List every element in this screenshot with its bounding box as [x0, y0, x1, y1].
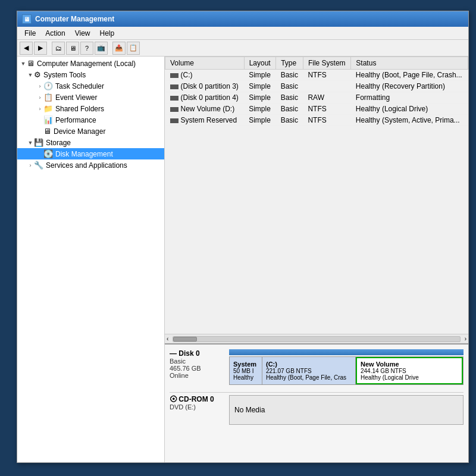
volume-table: Volume Layout Type File System Status (C…: [165, 57, 468, 126]
sidebar-item-storage[interactable]: ▼ 💾 Storage: [17, 137, 164, 148]
col-volume[interactable]: Volume: [165, 57, 245, 70]
toolbar: ◀ ▶ 🗂 🖥 ? 📺 📤 📋: [17, 40, 468, 57]
partition-c[interactable]: (C:) 221.07 GB NTFS Healthy (Boot, Page …: [262, 357, 356, 384]
sidebar-item-task-scheduler[interactable]: › 🕐 Task Scheduler: [17, 80, 164, 92]
sidebar-item-system-tools[interactable]: ▼ ⚙ System Tools: [17, 69, 164, 80]
section-divider: [170, 392, 464, 393]
export-button[interactable]: 📤: [112, 42, 126, 55]
disk-partitions-0: System 50 MB I Healthy (C:) 221.07 GB NT…: [229, 356, 464, 385]
back-button[interactable]: ◀: [20, 42, 33, 55]
title-bar: 🖥 Computer Management: [17, 11, 468, 27]
right-panel: Volume Layout Type File System Status (C…: [165, 57, 468, 462]
window-title: Computer Management: [35, 15, 114, 23]
disk-label-0: — Disk 0 Basic 465.76 GB Online: [170, 349, 229, 385]
tree-root[interactable]: ▼ 🖥 Computer Management (Local): [17, 58, 164, 69]
disk-row-0: — Disk 0 Basic 465.76 GB Online System 5…: [170, 349, 464, 385]
partition-system[interactable]: System 50 MB I Healthy: [230, 357, 262, 384]
cdrom-row: 🖸 CD-ROM 0 DVD (E:) No Media: [170, 395, 464, 425]
scrollbar-track[interactable]: [173, 336, 460, 342]
table-row[interactable]: (C:) Simple Basic NTFS Healthy (Boot, Pa…: [165, 70, 468, 81]
table-row[interactable]: (Disk 0 partition 4) Simple Basic RAW Fo…: [165, 92, 468, 104]
display-button[interactable]: 📺: [95, 42, 108, 55]
sidebar-item-device-manager[interactable]: 🖥 Device Manager: [17, 126, 164, 137]
window-icon: 🖥: [22, 14, 32, 24]
tree-panel: ▼ 🖥 Computer Management (Local) ▼ ⚙ Syst…: [17, 57, 165, 462]
sidebar-item-performance[interactable]: 📊 Performance: [17, 114, 164, 126]
col-status[interactable]: Status: [351, 57, 468, 70]
up-button[interactable]: 🗂: [52, 42, 65, 55]
menu-action[interactable]: Action: [40, 28, 70, 38]
cdrom-label: 🖸 CD-ROM 0 DVD (E:): [170, 395, 229, 411]
scrollbar-thumb[interactable]: [173, 337, 197, 342]
forward-button[interactable]: ▶: [34, 42, 47, 55]
col-layout[interactable]: Layout: [244, 57, 276, 70]
col-type[interactable]: Type: [276, 57, 303, 70]
sidebar-item-shared-folders[interactable]: › 📁 Shared Folders: [17, 103, 164, 114]
properties-button[interactable]: 📋: [127, 42, 140, 55]
computer-management-window: 🖥 Computer Management File Action View H…: [17, 11, 469, 463]
disk-bar: [229, 349, 464, 355]
cdrom-partition[interactable]: No Media: [229, 395, 464, 425]
computer-button[interactable]: 🖥: [66, 42, 79, 55]
col-filesystem[interactable]: File System: [303, 57, 350, 70]
volume-table-area[interactable]: Volume Layout Type File System Status (C…: [165, 57, 468, 334]
menu-file[interactable]: File: [20, 28, 40, 38]
table-row[interactable]: System Reserved Simple Basic NTFS Health…: [165, 115, 468, 126]
sidebar-item-event-viewer[interactable]: › 📋 Event Viewer: [17, 92, 164, 103]
partition-new-volume[interactable]: New Volume 244.14 GB NTFS Healthy (Logic…: [356, 357, 463, 384]
menu-bar: File Action View Help: [17, 27, 468, 40]
table-row[interactable]: New Volume (D:) Simple Basic NTFS Health…: [165, 104, 468, 115]
menu-view[interactable]: View: [70, 28, 95, 38]
horizontal-scrollbar[interactable]: ‹ ›: [165, 334, 468, 343]
help-button[interactable]: ?: [80, 42, 93, 55]
main-content: ▼ 🖥 Computer Management (Local) ▼ ⚙ Syst…: [17, 57, 468, 462]
sidebar-item-services[interactable]: › 🔧 Services and Applications: [17, 159, 164, 171]
disk-visual-area: — Disk 0 Basic 465.76 GB Online System 5…: [165, 343, 468, 462]
menu-help[interactable]: Help: [95, 28, 120, 38]
sidebar-item-disk-management[interactable]: 💽 Disk Management: [17, 148, 164, 159]
table-row[interactable]: (Disk 0 partition 3) Simple Basic Health…: [165, 81, 468, 92]
